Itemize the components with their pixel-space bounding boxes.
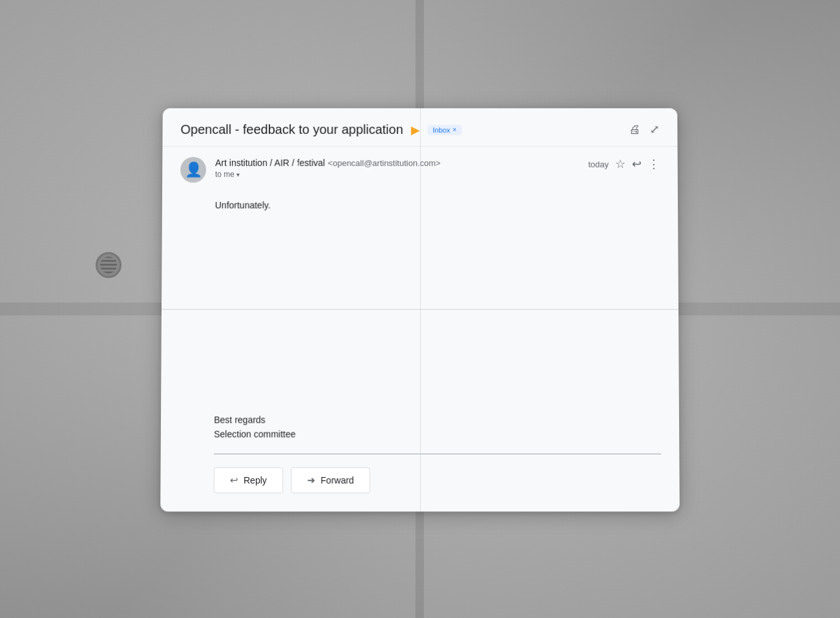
inbox-badge-close[interactable]: × xyxy=(452,126,456,133)
inbox-badge-label: Inbox xyxy=(433,126,450,134)
email-subject: Opencall - feedback to your application xyxy=(180,122,403,137)
forward-button[interactable]: ➜ Forward xyxy=(291,467,370,493)
sender-line: Art institution / AIR / festival <openca… xyxy=(215,157,579,169)
reply-button-icon: ↩ xyxy=(230,474,238,486)
sender-name: Art institution / AIR / festival xyxy=(215,158,325,168)
to-me-label: to me xyxy=(215,170,235,179)
more-options-icon[interactable]: ⋮ xyxy=(648,157,660,171)
star-icon[interactable]: ☆ xyxy=(615,157,625,171)
signature-line2: Selection committee xyxy=(214,427,661,442)
signature-line1: Best regards xyxy=(214,412,661,427)
reply-header-icon[interactable]: ↩ xyxy=(632,157,642,171)
reply-button[interactable]: ↩ Reply xyxy=(214,467,283,493)
to-me-chevron-icon: ▾ xyxy=(236,171,240,178)
sender-avatar: 👤 xyxy=(180,157,206,183)
header-actions: 🖨 ⤢ xyxy=(629,122,660,136)
meta-right: today ☆ ↩ ⋮ xyxy=(588,157,660,171)
sender-email-address: <opencall@artinstitution.com> xyxy=(328,158,441,168)
to-me-row[interactable]: to me ▾ xyxy=(215,170,580,179)
external-link-icon[interactable]: ⤢ xyxy=(650,122,660,136)
body-text: Unfortunately. xyxy=(215,198,660,213)
avatar-icon: 👤 xyxy=(185,163,202,177)
priority-arrow-icon: ▶ xyxy=(411,123,420,137)
print-icon[interactable]: 🖨 xyxy=(629,123,641,136)
subject-row: Opencall - feedback to your application … xyxy=(180,122,618,137)
wall-vent xyxy=(96,252,121,278)
reply-button-label: Reply xyxy=(244,475,267,485)
forward-button-label: Forward xyxy=(320,475,354,485)
crease-vertical xyxy=(420,109,421,512)
email-timestamp: today xyxy=(588,159,609,169)
inbox-badge: Inbox × xyxy=(428,125,462,135)
vent-grill xyxy=(100,257,117,273)
sender-info: Art institution / AIR / festival <openca… xyxy=(215,157,580,179)
email-card: Opencall - feedback to your application … xyxy=(160,109,680,512)
forward-button-icon: ➜ xyxy=(307,474,315,486)
